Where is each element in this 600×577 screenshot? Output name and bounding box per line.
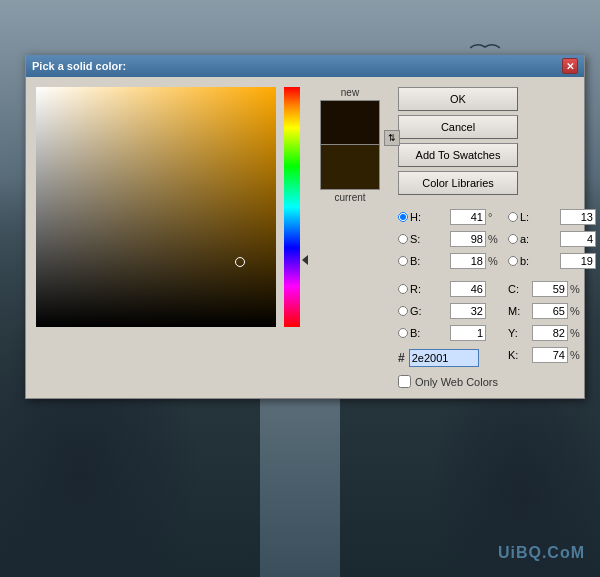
magenta-field-group: M: % (508, 301, 596, 321)
bri-radio-label: B: (398, 255, 448, 267)
lightness-field-group: L: (508, 207, 596, 227)
magenta-unit: % (570, 305, 580, 317)
hex-row: # (398, 349, 498, 367)
red-label: R: (410, 283, 421, 295)
watermark: UiBQ.CoM (498, 544, 585, 562)
lab-b-field-group: b: (508, 251, 596, 271)
lab-a-radio[interactable] (508, 234, 518, 244)
black-label: K: (508, 349, 530, 361)
b3-label: b: (520, 255, 529, 267)
add-to-swatches-button[interactable]: Add To Swatches (398, 143, 518, 167)
separator (398, 273, 498, 277)
sat-unit: % (488, 233, 498, 245)
color-boxes-wrapper: ⇅ (320, 100, 380, 190)
current-color-label: current (334, 192, 365, 203)
only-web-colors-label: Only Web Colors (415, 376, 498, 388)
only-web-colors-row: Only Web Colors (398, 375, 596, 388)
l-label: L: (520, 211, 529, 223)
color-picker-dialog: Pick a solid color: ✕ new ⇅ current (25, 55, 585, 399)
hue-label: H: (410, 211, 421, 223)
cyan-field-group: C: % (508, 279, 596, 299)
brightness-field-group: B: % (398, 251, 498, 271)
bri-unit: % (488, 255, 498, 267)
background-waterfall (260, 377, 340, 577)
separator2 (508, 273, 596, 277)
hue-input[interactable] (450, 209, 486, 225)
yellow-input[interactable] (532, 325, 568, 341)
black-unit: % (570, 349, 580, 361)
black-field-group: K: % (508, 345, 596, 365)
lab-cmyk-fields: L: a: (508, 207, 596, 367)
cyan-input[interactable] (532, 281, 568, 297)
green-radio[interactable] (398, 306, 408, 316)
a-label: a: (520, 233, 529, 245)
hue-field-group: H: ° (398, 207, 498, 227)
sat-label: S: (410, 233, 420, 245)
blue-label: B: (410, 327, 420, 339)
new-color-label: new (341, 87, 359, 98)
yellow-field-group: Y: % (508, 323, 596, 343)
lightness-input[interactable] (560, 209, 596, 225)
new-color-box (320, 100, 380, 145)
magenta-input[interactable] (532, 303, 568, 319)
yellow-unit: % (570, 327, 580, 339)
hex-label: # (398, 351, 405, 365)
cancel-button[interactable]: Cancel (398, 115, 518, 139)
yellow-label: Y: (508, 327, 530, 339)
current-color-box (320, 145, 380, 190)
color-dark-overlay (36, 87, 276, 327)
close-button[interactable]: ✕ (562, 58, 578, 74)
green-input[interactable] (450, 303, 486, 319)
right-panel: OK Cancel Add To Swatches Color Librarie… (398, 87, 596, 388)
cyan-label: C: (508, 283, 530, 295)
action-buttons: OK Cancel Add To Swatches Color Librarie… (398, 87, 596, 195)
lightness-radio[interactable] (508, 212, 518, 222)
dialog-titlebar: Pick a solid color: ✕ (26, 55, 584, 77)
red-radio-label: R: (398, 283, 448, 295)
hue-radio[interactable] (398, 212, 408, 222)
dialog-title: Pick a solid color: (32, 60, 126, 72)
color-libraries-button[interactable]: Color Libraries (398, 171, 518, 195)
color-preview-section: new ⇅ current (310, 87, 390, 388)
ok-button[interactable]: OK (398, 87, 518, 111)
color-fields: H: ° S: % (398, 207, 596, 367)
blue-input[interactable] (450, 325, 486, 341)
dialog-content: new ⇅ current OK Cancel Add To Swatches … (26, 77, 584, 398)
hue-slider[interactable] (284, 87, 300, 327)
hue-slider-cursor (302, 255, 308, 265)
blue-radio[interactable] (398, 328, 408, 338)
sat-radio-label: S: (398, 233, 448, 245)
green-label: G: (410, 305, 422, 317)
a-radio-label: a: (508, 233, 558, 245)
swap-colors-button[interactable]: ⇅ (384, 130, 400, 146)
hsb-rgb-fields: H: ° S: % (398, 207, 498, 367)
hue-unit: ° (488, 211, 498, 223)
lab-a-input[interactable] (560, 231, 596, 247)
saturation-field-group: S: % (398, 229, 498, 249)
blue-field-group: B: (398, 323, 498, 343)
l-radio-label: L: (508, 211, 558, 223)
saturation-input[interactable] (450, 231, 486, 247)
brightness-radio[interactable] (398, 256, 408, 266)
brightness-input[interactable] (450, 253, 486, 269)
green-field-group: G: (398, 301, 498, 321)
red-input[interactable] (450, 281, 486, 297)
bri-label: B: (410, 255, 420, 267)
blue-radio-label: B: (398, 327, 448, 339)
color-gradient-bg (36, 87, 276, 327)
red-radio[interactable] (398, 284, 408, 294)
black-input[interactable] (532, 347, 568, 363)
hue-radio-label: H: (398, 211, 448, 223)
b3-radio-label: b: (508, 255, 558, 267)
red-field-group: R: (398, 279, 498, 299)
hue-slider-container (284, 87, 302, 327)
lab-b-input[interactable] (560, 253, 596, 269)
only-web-colors-checkbox[interactable] (398, 375, 411, 388)
lab-a-field-group: a: (508, 229, 596, 249)
hex-input[interactable] (409, 349, 479, 367)
color-picker-gradient-area[interactable] (36, 87, 276, 327)
magenta-label: M: (508, 305, 530, 317)
saturation-radio[interactable] (398, 234, 408, 244)
lab-b-radio[interactable] (508, 256, 518, 266)
cyan-unit: % (570, 283, 580, 295)
